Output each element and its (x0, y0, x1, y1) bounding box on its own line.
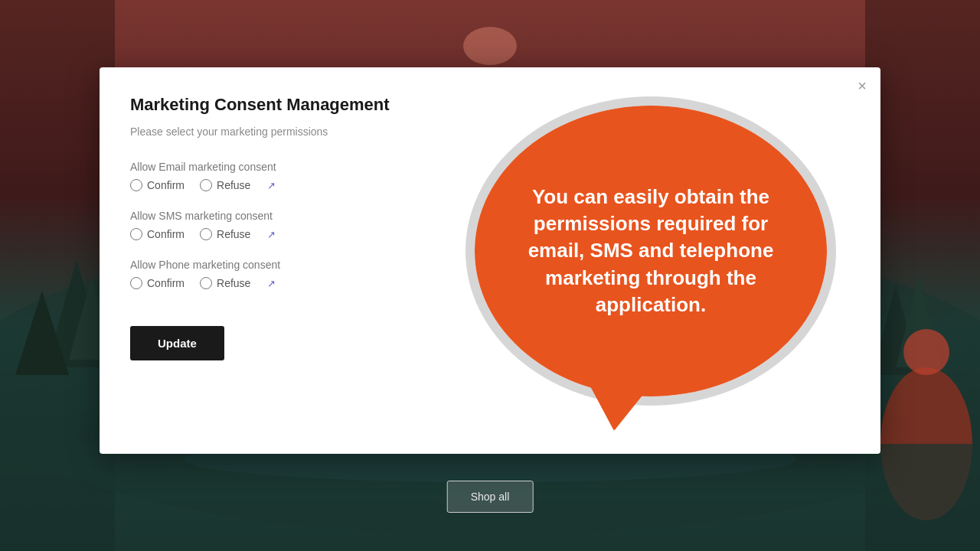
speech-bubble-ring (466, 96, 836, 406)
phone-consent-label: Allow Phone marketing consent (130, 259, 850, 271)
sms-refuse-label: Refuse (217, 228, 250, 240)
modal-title: Marketing Consent Management (130, 95, 850, 115)
close-button[interactable]: × (858, 78, 867, 93)
speech-bubble-text: You can easily obtain the permissions re… (513, 184, 789, 318)
email-confirm-option[interactable]: Confirm (130, 179, 185, 191)
sms-consent-label: Allow SMS marketing consent (130, 210, 850, 222)
shop-all-area: Shop all (447, 481, 534, 513)
email-refuse-radio[interactable] (200, 179, 212, 191)
modal-subtitle: Please select your marketing permissions (130, 126, 850, 138)
phone-confirm-label: Confirm (147, 277, 185, 289)
email-confirm-label: Confirm (147, 179, 185, 191)
phone-confirm-option[interactable]: Confirm (130, 277, 185, 289)
phone-external-link[interactable]: ↗ (267, 278, 276, 289)
modal-dialog: × Marketing Consent Management Please se… (100, 67, 880, 454)
email-consent-section: Allow Email marketing consent Confirm Re… (130, 161, 850, 191)
update-button[interactable]: Update (130, 326, 224, 360)
sms-consent-section: Allow SMS marketing consent Confirm Refu… (130, 210, 850, 240)
sms-confirm-option[interactable]: Confirm (130, 228, 185, 240)
phone-refuse-option[interactable]: Refuse (200, 277, 250, 289)
email-consent-label: Allow Email marketing consent (130, 161, 850, 173)
phone-refuse-radio[interactable] (200, 277, 212, 289)
sms-consent-options: Confirm Refuse ↗ (130, 228, 850, 240)
phone-consent-section: Allow Phone marketing consent Confirm Re… (130, 259, 850, 289)
phone-refuse-label: Refuse (217, 277, 250, 289)
sms-refuse-option[interactable]: Refuse (200, 228, 250, 240)
phone-confirm-radio[interactable] (130, 277, 142, 289)
shop-all-button[interactable]: Shop all (447, 481, 534, 513)
email-refuse-label: Refuse (217, 179, 250, 191)
sms-confirm-label: Confirm (147, 228, 185, 240)
email-consent-options: Confirm Refuse ↗ (130, 179, 850, 191)
sms-confirm-radio[interactable] (130, 228, 142, 240)
email-external-link[interactable]: ↗ (267, 180, 276, 191)
email-refuse-option[interactable]: Refuse (200, 179, 250, 191)
modal-backdrop: × Marketing Consent Management Please se… (0, 0, 980, 551)
speech-bubble: You can easily obtain the permissions re… (475, 106, 827, 396)
phone-consent-options: Confirm Refuse ↗ (130, 277, 850, 289)
sms-refuse-radio[interactable] (200, 228, 212, 240)
email-confirm-radio[interactable] (130, 179, 142, 191)
sms-external-link[interactable]: ↗ (267, 229, 276, 240)
